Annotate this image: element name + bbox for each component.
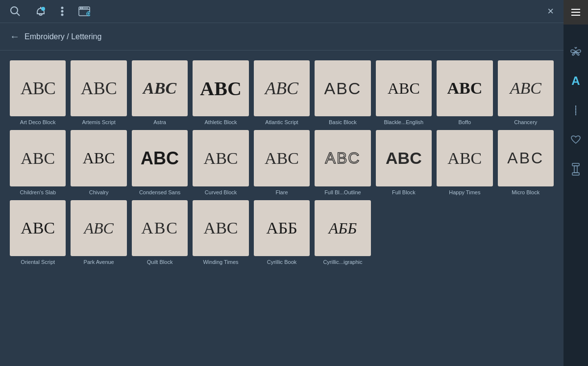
- stitches-icon[interactable]: [568, 103, 583, 118]
- font-preview-atlantic-script: ABC: [254, 60, 310, 116]
- font-label: Chivalry: [71, 189, 126, 195]
- font-item-basic-block[interactable]: ABCBasic Block: [315, 60, 370, 125]
- font-label: Artemis Script: [71, 119, 126, 125]
- svg-rect-18: [574, 166, 577, 173]
- font-item-cyrillic-igraphic[interactable]: АББCyrillic...igraphic: [315, 200, 370, 265]
- font-item-cyrillic-book[interactable]: АББCyrillic Book: [254, 200, 310, 265]
- font-grid: ABCArt Deco BlockABCArtemis ScriptABCAst…: [10, 60, 554, 265]
- toolbar: ×: [0, 0, 564, 23]
- font-preview-text: ABC: [204, 149, 238, 168]
- font-preview-text: ABC: [141, 148, 179, 169]
- font-preview-full-bl-outline: ABC: [315, 130, 370, 186]
- font-label: Basic Block: [315, 119, 370, 125]
- font-label: Athletic Block: [193, 119, 248, 125]
- font-item-chancery[interactable]: ABCChancery: [498, 60, 554, 125]
- font-item-boffo[interactable]: ABCBoffo: [437, 60, 492, 125]
- font-preview-winding-times: ABC: [193, 200, 248, 256]
- font-label: Astra: [132, 119, 188, 125]
- svg-point-8: [80, 8, 81, 9]
- font-label: Atlantic Script: [254, 119, 310, 125]
- font-preview-basic-block: ABC: [315, 60, 370, 116]
- font-preview-text: ABC: [21, 149, 55, 168]
- font-label: Full Block: [376, 189, 432, 195]
- font-preview-text: АББ: [266, 219, 297, 237]
- sidebar-icons: A: [568, 44, 583, 177]
- font-preview-text: ABC: [324, 79, 361, 98]
- sidebar-menu-button[interactable]: [564, 0, 588, 25]
- svg-point-0: [11, 7, 18, 14]
- main-content: × ← Embroidery / Lettering ABCArt Deco B…: [0, 0, 564, 366]
- more-options-icon[interactable]: [61, 6, 64, 17]
- font-label: Boffo: [437, 119, 492, 125]
- svg-line-1: [17, 13, 20, 16]
- font-label: Art Deco Block: [10, 119, 66, 125]
- search-icon[interactable]: [10, 6, 21, 17]
- font-preview-text: ABC: [141, 219, 178, 237]
- right-sidebar: A: [564, 0, 588, 366]
- font-item-quilt-block[interactable]: ABCQuilt Block: [132, 200, 188, 265]
- font-item-atlantic-script[interactable]: ABCAtlantic Script: [254, 60, 310, 125]
- font-preview-text: ABC: [447, 79, 482, 98]
- font-preview-condensed-sans: ABC: [132, 130, 188, 186]
- svg-point-3: [61, 7, 64, 9]
- close-button[interactable]: ×: [547, 5, 554, 18]
- font-item-full-block[interactable]: ABCFull Block: [376, 130, 432, 195]
- font-preview-chivalry: ABC: [71, 130, 126, 186]
- svg-point-4: [61, 10, 64, 13]
- font-item-condensed-sans[interactable]: ABCCondensed Sans: [132, 130, 188, 195]
- font-label: Happy Times: [437, 189, 492, 195]
- font-item-winding-times[interactable]: ABCWinding Times: [193, 200, 248, 265]
- font-preview-text: ABC: [388, 79, 420, 98]
- butterfly-icon[interactable]: [568, 44, 583, 59]
- font-item-curved-block[interactable]: ABCCurved Block: [193, 130, 248, 195]
- font-item-chivalry[interactable]: ABCChivalry: [71, 130, 126, 195]
- font-preview-text: ABC: [81, 78, 117, 99]
- font-item-full-bl-outline[interactable]: ABCFull Bl...Outline: [315, 130, 370, 195]
- font-preview-flare: ABC: [254, 130, 310, 186]
- font-label: Blackle...English: [376, 119, 432, 125]
- font-item-astra[interactable]: ABCAstra: [132, 60, 188, 125]
- svg-point-9: [82, 8, 83, 9]
- font-preview-chancery: ABC: [498, 60, 554, 116]
- font-preview-quilt-block: ABC: [132, 200, 188, 256]
- font-preview-text: ABC: [265, 149, 299, 168]
- font-preview-text: ABC: [204, 219, 238, 237]
- font-preview-art-deco-block: ABC: [10, 60, 66, 116]
- font-item-happy-times[interactable]: ABCHappy Times: [437, 130, 492, 195]
- font-item-artemis-script[interactable]: ABCArtemis Script: [71, 60, 126, 125]
- font-preview-park-avenue: ABC: [71, 200, 126, 256]
- browser-icon[interactable]: [78, 6, 90, 17]
- font-label: Micro Block: [498, 189, 554, 195]
- font-preview-happy-times: ABC: [437, 130, 492, 186]
- font-item-park-avenue[interactable]: ABCPark Avenue: [71, 200, 126, 265]
- text-icon[interactable]: A: [568, 74, 583, 88]
- svg-line-13: [576, 47, 577, 49]
- font-grid-container[interactable]: ABCArt Deco BlockABCArtemis ScriptABCAst…: [0, 51, 564, 366]
- font-preview-athletic-block: ABC: [193, 60, 248, 116]
- font-preview-blackle-english: ABC: [376, 60, 432, 116]
- font-item-athletic-block[interactable]: ABCAthletic Block: [193, 60, 248, 125]
- font-item-micro-block[interactable]: ABCMicro Block: [498, 130, 554, 195]
- font-preview-text: ABC: [507, 149, 544, 167]
- breadcrumb-text: Embroidery / Lettering: [24, 32, 101, 41]
- back-button[interactable]: ←: [10, 31, 20, 42]
- font-preview-text: ABC: [21, 78, 55, 99]
- font-preview-text: АББ: [329, 219, 357, 237]
- font-preview-text: ABC: [83, 149, 115, 167]
- font-item-childrens-slab[interactable]: ABCChildren's Slab: [10, 130, 66, 195]
- font-preview-cyrillic-igraphic: АББ: [315, 200, 370, 256]
- font-label: Cyrillic...igraphic: [315, 259, 370, 265]
- font-label: Children's Slab: [10, 189, 66, 195]
- heart-icon[interactable]: [568, 132, 583, 147]
- font-label: Curved Block: [193, 189, 248, 195]
- svg-point-5: [61, 14, 64, 16]
- font-preview-astra: ABC: [132, 60, 188, 116]
- font-item-art-deco-block[interactable]: ABCArt Deco Block: [10, 60, 66, 125]
- font-item-oriental-script[interactable]: ABCOriental Script: [10, 200, 66, 265]
- font-preview-text: ABC: [200, 77, 241, 100]
- bobbin-icon[interactable]: [568, 162, 583, 177]
- font-item-flare[interactable]: ABCFlare: [254, 130, 310, 195]
- font-label: Chancery: [498, 119, 554, 125]
- notifications-icon[interactable]: [35, 6, 46, 17]
- font-item-blackle-english[interactable]: ABCBlackle...English: [376, 60, 432, 125]
